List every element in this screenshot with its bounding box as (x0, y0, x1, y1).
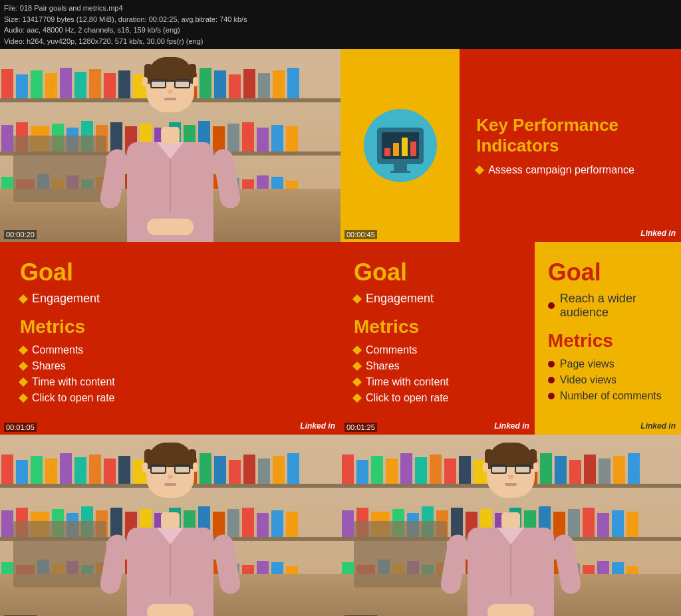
goal-value-3: Reach a wider audience (560, 292, 668, 320)
file-info-bar: File: 018 Pair goals and metrics.mp4 Siz… (0, 0, 681, 49)
file-info-line4: Video: h264, yuv420p, 1280x720, 571 kb/s… (4, 36, 677, 47)
person-5 (97, 455, 243, 616)
metric-numcomments: Number of comments (548, 390, 668, 402)
goal-subtitle-1: Engagement (20, 292, 321, 306)
metric-comments-1: Comments (20, 344, 321, 356)
metric-diamond-1 (19, 346, 28, 355)
metric-shares-1: Shares (20, 360, 321, 372)
video-bg-6 (340, 435, 681, 616)
metric-diamond-2 (19, 361, 28, 371)
video-cell-1: 00:00:20 (0, 49, 340, 242)
timestamp-4: 00:01:25 (344, 423, 377, 432)
slide-engagement-1: Goal Engagement Metrics Comments Shares … (0, 242, 340, 435)
kpi-title: Key Performance Indicators (476, 115, 664, 156)
metric-text-comments-1: Comments (32, 344, 83, 356)
metric-pageviews: Page views (548, 358, 668, 370)
metric-text-ctr-2: Click to open rate (366, 392, 449, 404)
metric-text-shares-2: Shares (366, 360, 400, 372)
metric-videoviews: Video views (548, 374, 668, 386)
timestamp-2: 00:00:45 (344, 230, 377, 239)
goal-diamond-2 (352, 294, 362, 303)
metric-comments-2: Comments (354, 344, 521, 356)
video-cell-5: 00:01:45 (0, 435, 340, 616)
metric-time-2: Time with content (354, 376, 521, 388)
linkedin-logo-5: Linked in (640, 421, 676, 431)
file-info-line1: File: 018 Pair goals and metrics.mp4 (4, 3, 677, 14)
monitor-base (390, 171, 410, 173)
slide-combined-cell: Goal Engagement Metrics Comments Shares … (340, 242, 681, 435)
file-info-line3: Audio: aac, 48000 Hz, 2 channels, s16, 1… (4, 25, 677, 36)
video-grid: 00:00:20 (0, 49, 681, 616)
metric-text-comments-2: Comments (366, 344, 417, 356)
goal-value-2: Engagement (366, 292, 434, 306)
goal-value-1: Engagement (32, 292, 100, 306)
video-cell-6: 00:02:03 (340, 435, 681, 616)
bullet-diamond-icon (475, 165, 484, 175)
video-bg-1 (0, 49, 340, 242)
metric-diamond-7 (352, 377, 362, 387)
metric-diamond-6 (352, 361, 362, 371)
bar-2 (393, 143, 399, 156)
bar-3 (402, 138, 408, 156)
metric-time-1: Time with content (20, 376, 321, 388)
goal-circle-3 (548, 302, 555, 309)
goal-title-3: Goal (548, 258, 668, 286)
file-info-line2: Size: 13417709 bytes (12,80 MiB), durati… (4, 14, 677, 25)
metric-ctr-1: Click to open rate (20, 392, 321, 404)
kpi-bullet-text: Assess campaign performance (488, 164, 634, 176)
monitor-screen (382, 132, 419, 159)
metric-diamond-3 (19, 377, 28, 387)
bar-4 (410, 142, 416, 156)
video-bg-5 (0, 435, 340, 616)
kpi-bullet: Assess campaign performance (476, 164, 664, 176)
kpi-monitor-icon (364, 109, 437, 182)
metric-text-time-2: Time with content (366, 376, 449, 388)
timestamp-3: 00:01:05 (4, 423, 37, 432)
timestamp-1: 00:00:20 (4, 230, 37, 239)
metrics-title-3: Metrics (548, 330, 668, 352)
monitor-display (377, 128, 424, 164)
metric-diamond-4 (19, 393, 28, 403)
metric-text-pageviews: Page views (560, 358, 614, 370)
person-6 (438, 455, 584, 616)
metrics-title-2: Metrics (354, 316, 521, 338)
metric-circle-3 (548, 393, 555, 399)
metrics-title-1: Metrics (20, 316, 321, 338)
metric-text-ctr-1: Click to open rate (32, 392, 115, 404)
slide-kpi-red: Key Performance Indicators Assess campai… (460, 49, 681, 242)
metric-ctr-2: Click to open rate (354, 392, 521, 404)
metric-text-numcomments: Number of comments (560, 390, 662, 402)
goal-subtitle-2: Engagement (354, 292, 521, 306)
linkedin-logo-1: Linked in (640, 229, 676, 238)
metric-shares-2: Shares (354, 360, 521, 372)
metric-circle-1 (548, 361, 555, 367)
slide-engagement-2: Goal Engagement Metrics Comments Shares … (340, 242, 535, 435)
linkedin-logo-3: Linked in (300, 421, 335, 431)
bar-1 (384, 148, 390, 156)
monitor-stand (394, 164, 407, 171)
metric-text-videoviews: Video views (560, 374, 616, 386)
metric-diamond-8 (352, 393, 362, 403)
metric-diamond-5 (352, 346, 362, 355)
metric-text-shares-1: Shares (32, 360, 66, 372)
goal-diamond-1 (19, 294, 28, 303)
slide-kpi-yellow (340, 49, 460, 242)
linkedin-logo-4: Linked in (494, 421, 529, 431)
goal-title-1: Goal (20, 258, 321, 286)
goal-title-2: Goal (354, 258, 521, 286)
slide-kpi-cell: Key Performance Indicators Assess campai… (340, 49, 681, 242)
slide-wider-audience: Goal Reach a wider audience Metrics Page… (535, 242, 681, 435)
person-1 (97, 69, 243, 242)
metric-text-time-1: Time with content (32, 376, 115, 388)
goal-subtitle-3: Reach a wider audience (548, 292, 668, 320)
metric-circle-2 (548, 377, 555, 383)
